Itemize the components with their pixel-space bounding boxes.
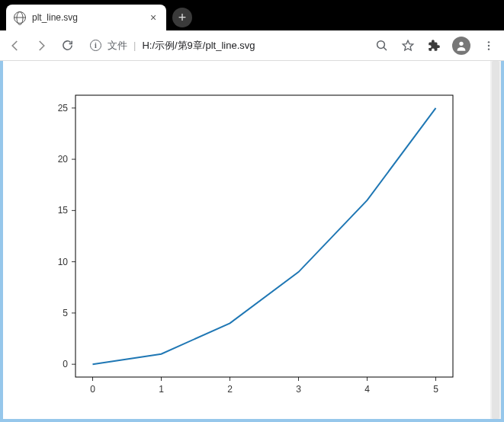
bookmark-icon[interactable] xyxy=(400,38,416,53)
browser-toolbar: i 文件 | H:/示例/第9章/plt_line.svg xyxy=(0,30,504,61)
x-tick-label: 1 xyxy=(159,384,164,395)
profile-avatar[interactable] xyxy=(452,37,470,55)
close-tab-button[interactable]: × xyxy=(148,12,159,23)
browser-window: plt_line.svg × + i 文件 | H:/示例/第9章/plt_li… xyxy=(0,0,504,422)
url-scheme: 文件 xyxy=(108,39,127,53)
page-content: 0123450510152025 xyxy=(3,61,501,419)
y-tick-label: 20 xyxy=(58,154,69,165)
new-tab-button[interactable]: + xyxy=(172,8,192,27)
menu-icon[interactable] xyxy=(481,38,496,53)
y-tick-label: 5 xyxy=(63,308,68,318)
chart-line xyxy=(93,108,436,364)
url-separator: | xyxy=(133,40,136,51)
svg-point-0 xyxy=(377,40,385,48)
x-tick-label: 4 xyxy=(364,384,370,395)
globe-icon xyxy=(14,11,26,24)
forward-button[interactable] xyxy=(34,38,49,53)
y-tick-label: 10 xyxy=(58,257,69,267)
site-info-icon[interactable]: i xyxy=(90,40,101,51)
x-tick-label: 3 xyxy=(296,384,301,395)
line-chart: 0123450510152025 xyxy=(34,84,468,411)
tab-title: plt_line.svg xyxy=(32,12,142,23)
plot-border xyxy=(75,95,453,377)
svg-point-4 xyxy=(488,44,490,46)
url-path: H:/示例/第9章/plt_line.svg xyxy=(142,39,255,53)
y-tick-label: 15 xyxy=(58,205,69,216)
svg-point-2 xyxy=(459,41,463,45)
address-bar[interactable]: i 文件 | H:/示例/第9章/plt_line.svg xyxy=(85,35,364,56)
svg-line-1 xyxy=(384,47,387,50)
extensions-icon[interactable] xyxy=(426,38,441,53)
svg-point-3 xyxy=(488,41,490,43)
x-tick-label: 0 xyxy=(90,384,95,395)
x-tick-label: 5 xyxy=(433,384,438,395)
scrollbar-thumb[interactable] xyxy=(492,61,499,419)
y-tick-label: 25 xyxy=(58,103,69,113)
zoom-icon[interactable] xyxy=(374,38,390,53)
back-button[interactable] xyxy=(8,38,23,53)
tab-strip: plt_line.svg × + xyxy=(0,0,504,30)
vertical-scrollbar[interactable] xyxy=(490,61,501,419)
reload-button[interactable] xyxy=(59,38,75,53)
browser-tab[interactable]: plt_line.svg × xyxy=(6,5,166,30)
x-tick-label: 2 xyxy=(227,384,233,395)
y-tick-label: 0 xyxy=(63,359,68,369)
svg-point-5 xyxy=(488,48,490,50)
